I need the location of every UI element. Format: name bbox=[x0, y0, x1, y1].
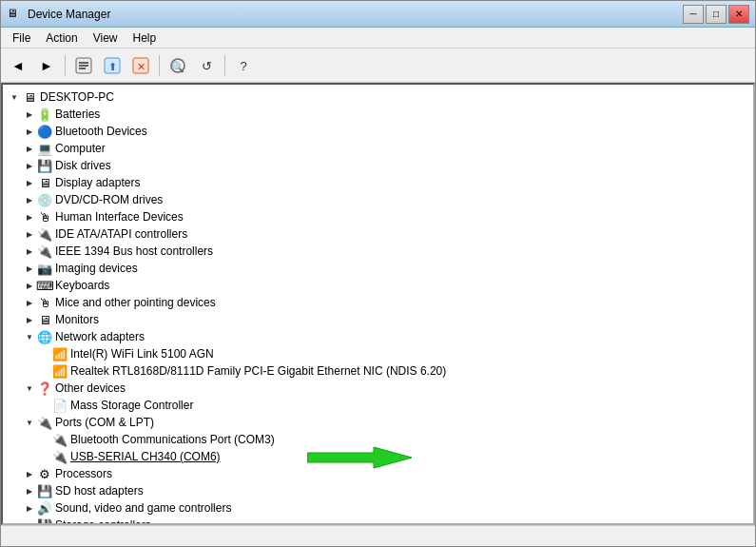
tree-item-keyboards[interactable]: ⌨ Keyboards bbox=[3, 277, 753, 294]
minimize-button[interactable]: ─ bbox=[683, 5, 704, 24]
tree-item-hid[interactable]: 🖱 Human Interface Devices bbox=[3, 208, 753, 225]
title-bar: 🖥 Device Manager ─ □ ✕ bbox=[1, 1, 755, 28]
imaging-icon: 📷 bbox=[37, 261, 52, 276]
tree-item-ide[interactable]: 🔌 IDE ATA/ATAPI controllers bbox=[3, 225, 753, 243]
status-bar bbox=[1, 525, 755, 546]
expander-dvd[interactable] bbox=[22, 192, 37, 207]
maximize-button[interactable]: □ bbox=[706, 5, 727, 24]
menu-help[interactable]: Help bbox=[126, 29, 165, 47]
tree-item-storage-ctrl[interactable]: 💾 Storage controllers bbox=[3, 517, 753, 525]
tree-item-computer[interactable]: 💻 Computer bbox=[3, 140, 753, 157]
expander-imaging[interactable] bbox=[22, 261, 37, 276]
tree-item-mass[interactable]: 📄 Mass Storage Controller bbox=[3, 397, 753, 414]
menu-view[interactable]: View bbox=[86, 29, 126, 47]
properties-button[interactable] bbox=[70, 53, 97, 78]
expander-bluetooth[interactable] bbox=[22, 124, 37, 139]
computer-icon: 🖥 bbox=[22, 89, 37, 105]
tree-item-bluetooth[interactable]: 🔵 Bluetooth Devices bbox=[3, 123, 753, 140]
expander-storage-ctrl[interactable] bbox=[22, 518, 37, 525]
item-label-keyboards: Keyboards bbox=[55, 279, 109, 292]
expander-ide[interactable] bbox=[22, 226, 37, 242]
forward-button[interactable]: ► bbox=[33, 53, 60, 78]
back-button[interactable]: ◄ bbox=[5, 53, 31, 78]
item-label-wifi: Intel(R) WiFi Link 5100 AGN bbox=[70, 347, 214, 361]
expander-diskdrives[interactable] bbox=[22, 158, 37, 173]
svg-text:?: ? bbox=[240, 59, 246, 73]
bluetooth-icon: 🔵 bbox=[37, 124, 52, 139]
tree-item-sdhost[interactable]: 💾 SD host adapters bbox=[3, 482, 753, 499]
tree-item-sound[interactable]: 🔊 Sound, video and game controllers bbox=[3, 499, 753, 517]
expander-mice[interactable] bbox=[22, 295, 37, 310]
toolbar-separator-1 bbox=[65, 55, 66, 76]
tree-item-btcom[interactable]: 🔌 Bluetooth Communications Port (COM3) bbox=[3, 431, 753, 448]
item-label-imaging: Imaging devices bbox=[55, 262, 138, 275]
tree-item-ieee[interactable]: 🔌 IEEE 1394 Bus host controllers bbox=[3, 243, 753, 260]
item-label-btcom: Bluetooth Communications Port (COM3) bbox=[70, 433, 275, 446]
menu-action[interactable]: Action bbox=[38, 29, 85, 47]
expander-ports[interactable] bbox=[22, 415, 37, 430]
expander-root[interactable] bbox=[7, 89, 22, 105]
expander-ieee[interactable] bbox=[22, 244, 37, 259]
uninstall-button[interactable]: ✕ bbox=[127, 53, 154, 78]
expander-network[interactable] bbox=[22, 329, 37, 344]
disk-icon: 💾 bbox=[37, 158, 52, 173]
tree-item-batteries[interactable]: 🔋 Batteries bbox=[3, 106, 753, 123]
usbserial-icon: 🔌 bbox=[52, 449, 68, 464]
expander-hid[interactable] bbox=[22, 209, 37, 225]
item-label-root: DESKTOP-PC bbox=[40, 90, 114, 104]
tree-item-usbserial[interactable]: 🔌 USB-SERIAL CH340 (COM6) bbox=[3, 448, 753, 465]
tree-item-network[interactable]: 🌐 Network adapters bbox=[3, 328, 753, 345]
sound-icon: 🔊 bbox=[37, 500, 52, 516]
item-label-computer: Computer bbox=[55, 142, 106, 155]
tree-item-wifi[interactable]: 📶 Intel(R) WiFi Link 5100 AGN bbox=[3, 345, 753, 362]
tree-item-dvd[interactable]: 💿 DVD/CD-ROM drives bbox=[3, 191, 753, 208]
ieee-icon: 🔌 bbox=[37, 244, 52, 259]
item-label-mass: Mass Storage Controller bbox=[70, 399, 193, 412]
tree-item-imaging[interactable]: 📷 Imaging devices bbox=[3, 260, 753, 277]
expander-monitors[interactable] bbox=[22, 312, 37, 327]
tree-item-processors[interactable]: ⚙ Processors bbox=[3, 465, 753, 482]
svg-marker-12 bbox=[307, 447, 412, 468]
title-bar-left: 🖥 Device Manager bbox=[7, 7, 110, 22]
mass-icon: 📄 bbox=[52, 398, 68, 413]
sdhost-icon: 💾 bbox=[37, 483, 52, 498]
tree-item-mice[interactable]: 🖱 Mice and other pointing devices bbox=[3, 294, 753, 311]
item-label-sound: Sound, video and game controllers bbox=[55, 501, 231, 515]
hid-icon: 🖱 bbox=[37, 209, 52, 225]
update-driver-button[interactable]: ⬆ bbox=[99, 53, 126, 78]
item-label-ide: IDE ATA/ATAPI controllers bbox=[55, 227, 187, 241]
svg-text:🔍: 🔍 bbox=[171, 60, 184, 73]
item-label-storage-ctrl: Storage controllers bbox=[55, 518, 151, 525]
expander-computer[interactable] bbox=[22, 141, 37, 156]
expander-processors[interactable] bbox=[22, 466, 37, 481]
tree-item-monitors[interactable]: 🖥 Monitors bbox=[3, 311, 753, 328]
tree-item-realtek[interactable]: 📶 Realtek RTL8168D/8111D Family PCI-E Gi… bbox=[3, 362, 753, 380]
item-label-monitors: Monitors bbox=[55, 313, 99, 326]
tree-item-ports[interactable]: 🔌 Ports (COM & LPT) bbox=[3, 414, 753, 431]
item-label-network: Network adapters bbox=[55, 330, 145, 343]
item-label-batteries: Batteries bbox=[55, 107, 100, 121]
menu-file[interactable]: File bbox=[5, 29, 38, 47]
expander-batteries[interactable] bbox=[22, 107, 37, 122]
item-label-dvd: DVD/CD-ROM drives bbox=[55, 193, 163, 206]
expander-other[interactable] bbox=[22, 381, 37, 396]
refresh-button[interactable]: ↺ bbox=[193, 53, 220, 78]
tree-item-root[interactable]: 🖥 DESKTOP-PC bbox=[3, 88, 753, 106]
batteries-icon: 🔋 bbox=[37, 107, 52, 122]
tree-item-diskdrives[interactable]: 💾 Disk drives bbox=[3, 157, 753, 174]
scan-button[interactable]: 🔍 bbox=[165, 53, 191, 78]
expander-sound[interactable] bbox=[22, 500, 37, 516]
network-icon: 🌐 bbox=[37, 329, 52, 344]
main-content: 🖥 DESKTOP-PC 🔋 Batteries 🔵 Bluetooth Dev… bbox=[1, 83, 755, 525]
menu-bar: File Action View Help bbox=[1, 28, 755, 49]
close-button[interactable]: ✕ bbox=[728, 5, 749, 24]
computer2-icon: 💻 bbox=[37, 141, 52, 156]
expander-sdhost[interactable] bbox=[22, 483, 37, 498]
help-button[interactable]: ? bbox=[230, 53, 257, 78]
keyboard-icon: ⌨ bbox=[37, 278, 52, 293]
item-label-display: Display adapters bbox=[55, 176, 140, 189]
device-tree[interactable]: 🖥 DESKTOP-PC 🔋 Batteries 🔵 Bluetooth Dev… bbox=[1, 83, 755, 525]
tree-item-other[interactable]: ❓ Other devices bbox=[3, 380, 753, 397]
tree-item-display[interactable]: 🖥 Display adapters bbox=[3, 174, 753, 191]
expander-display[interactable] bbox=[22, 175, 37, 190]
